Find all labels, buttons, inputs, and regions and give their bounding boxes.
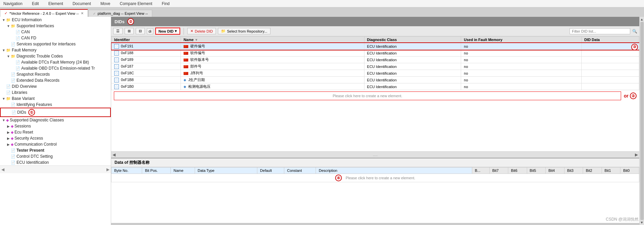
- delete-did-label: Delete DID: [195, 29, 213, 33]
- tree-item-can-fd[interactable]: 📄 CAN FD: [0, 35, 111, 41]
- bottom-panel-header: Data of 控制器名称: [111, 158, 639, 167]
- expand-ecu-info[interactable]: ▼: [1, 18, 6, 22]
- scroll-up[interactable]: ▲: [640, 17, 644, 21]
- col-bit5: Bit5: [527, 167, 546, 174]
- expand-base[interactable]: ▼: [1, 97, 6, 101]
- folder-icon-fault: 📁: [6, 48, 11, 52]
- tree-label-fault: Fault Memory: [12, 48, 36, 52]
- table-row[interactable]: □ 0xF1B8 ◆ J生产日期 ECU Identification no: [111, 77, 639, 83]
- bottom-click-hint[interactable]: ④ Please click here to create a new elem…: [111, 174, 639, 182]
- table-row[interactable]: ④ Please click here to create a new elem…: [111, 174, 639, 182]
- menu-document[interactable]: Document: [70, 1, 93, 7]
- tree-item-base-variant[interactable]: ▼ 📁 Base Variant: [0, 96, 111, 102]
- tree-item-control-dtc[interactable]: 📄 Control DTC Setting: [0, 153, 111, 159]
- table-row[interactable]: □ 0xF187 🇨🇳 部件号 ECU Identification no: [111, 63, 639, 70]
- tree-item-services[interactable]: 📄 Services supported for interfaces: [0, 41, 111, 47]
- tree-item-available-obd[interactable]: 📄 Available OBD DTCs Emission-related Tr: [0, 65, 111, 71]
- dids-header: DIDs ②: [111, 17, 639, 26]
- row-icon-2: □: [114, 51, 119, 55]
- bottom-panel: Data of 控制器名称 Byte No. Bit Pos. Name Dat…: [111, 158, 639, 225]
- tab-close-1[interactable]: ✕: [81, 11, 84, 15]
- col-did-data: DID Data: [581, 37, 639, 43]
- table-row[interactable]: □ 0xF18C 🇨🇳 J序列号 ECU Identification no: [111, 70, 639, 77]
- tab-label-2: platform_diag -- Expert View --: [98, 11, 148, 15]
- tree-item-sessions[interactable]: ▶ ◆ Sessions: [0, 123, 111, 129]
- scroll-thumb[interactable]: [640, 22, 644, 220]
- col-default: Default: [257, 167, 284, 174]
- tree-item-ecu-info[interactable]: ▼ 📁 ECU Information: [0, 17, 111, 23]
- btn-split-view[interactable]: ⊟: [136, 28, 145, 34]
- menu-compare[interactable]: Compare Element: [118, 1, 154, 7]
- menu-element[interactable]: Element: [46, 1, 65, 7]
- repo-icon: 📁: [221, 29, 226, 33]
- btn-list-view[interactable]: ☰: [113, 28, 123, 34]
- vertical-scrollbar[interactable]: ▲ ▼: [639, 17, 644, 225]
- menu-move[interactable]: Move: [98, 1, 112, 7]
- tree-item-extended-data[interactable]: 📄 Extended Data Records: [0, 77, 111, 83]
- expand-dtc[interactable]: ▼: [6, 54, 11, 58]
- tree-item-security-access[interactable]: ▶ ◆ Security Access: [0, 135, 111, 141]
- tree-item-ecu-identification[interactable]: 📄 ECU Identification: [0, 159, 111, 165]
- dropdown-arrow-icon: ▾: [175, 29, 177, 33]
- col-bit6: Bit6: [508, 167, 527, 174]
- table-row[interactable]: □ 0xF191 🇨🇳 硬件编号 ECU Identification no: [111, 43, 639, 50]
- select-repo-label: Select from Repository...: [227, 29, 267, 33]
- scroll-left-arrow[interactable]: ◀: [112, 152, 116, 157]
- bottom-title: Data of 控制器名称: [115, 160, 150, 165]
- tree-item-supported-diag[interactable]: ▼ ◆ Supported Diagnostic Classes: [0, 117, 111, 123]
- tree-item-fault-memory[interactable]: ▼ 📁 Fault Memory: [0, 47, 111, 53]
- tree-label-control-dtc: Control DTC Setting: [17, 154, 53, 159]
- row-icon-6: □: [114, 78, 119, 82]
- tab-platform-diag[interactable]: ✓ platform_diag -- Expert View --: [89, 10, 152, 17]
- tree-item-can[interactable]: 📄 CAN: [0, 29, 111, 35]
- expand-fault[interactable]: ▼: [1, 48, 6, 52]
- scroll-right-arrow[interactable]: ▶: [635, 152, 638, 157]
- tree-item-did-overview[interactable]: 📄 DID Overview: [0, 83, 111, 89]
- tree-item-tester[interactable]: 📄 Tester Present: [0, 147, 111, 153]
- table-row[interactable]: □ 0xF188 🇨🇳 软件编号 ECU Identification no: [111, 50, 639, 57]
- tree-item-snapshot[interactable]: 📄 Snapshot Records: [0, 71, 111, 77]
- list-icon: ☰: [116, 29, 120, 33]
- table-row[interactable]: □ 0xF189 🇨🇳 软件版本号 ECU Identification no: [111, 57, 639, 63]
- file-icon-control-dtc: 📄: [11, 154, 15, 159]
- or-text: or: [624, 93, 629, 99]
- tree-item-supported-interfaces[interactable]: ▼ 📁 Supported Interfaces: [0, 23, 111, 29]
- content-panel: DIDs ② ☰ ⊞ ⊟ di New DID ▾ ✕ De: [111, 17, 639, 225]
- table-row[interactable]: □ 0xF1B0 ◆ 检测电源电压 ECU Identification no: [111, 83, 639, 90]
- col-constant: Constant: [284, 167, 316, 174]
- tree-item-comm-control[interactable]: ▶ ◆ Communication Control: [0, 141, 111, 147]
- expand-supported[interactable]: ▼: [6, 24, 11, 28]
- tree-item-ecu-reset[interactable]: ▶ ◆ Ecu Reset: [0, 129, 111, 135]
- btn-select-repo[interactable]: 📁 Select from Repository...: [218, 28, 270, 34]
- menu-navigation[interactable]: Navigation: [1, 1, 25, 7]
- menu-edit[interactable]: Edit: [30, 1, 41, 7]
- btn-di[interactable]: di: [147, 28, 153, 34]
- tree-scroll-left[interactable]: ◀: [1, 167, 4, 172]
- btn-detail-view[interactable]: ⊞: [125, 28, 134, 34]
- cell-identifier-2: □ 0xF188: [111, 50, 181, 57]
- tree-item-available-dtcs[interactable]: 📄 Available DTCs Fault Memory (24 Bit): [0, 59, 111, 65]
- tree-label-ecu-id: ECU Identification: [17, 160, 49, 165]
- diamond-icon-comm: ◆: [11, 142, 13, 147]
- filter-input[interactable]: [570, 28, 630, 34]
- tree-label-ecu-info: ECU Information: [12, 17, 42, 22]
- expand-supp-diag[interactable]: ▼: [1, 118, 6, 122]
- scroll-down[interactable]: ▼: [640, 221, 644, 224]
- tree-label-snapshot: Snapshot Records: [17, 72, 50, 77]
- btn-new-did[interactable]: New DID ▾: [155, 28, 181, 35]
- col-bit-pos: Bit Pos.: [142, 167, 171, 174]
- resize-handle[interactable]: [111, 223, 639, 225]
- flag-icon-2: 🇨🇳: [184, 52, 188, 55]
- tree-item-identifying[interactable]: 📄 Identifying Features: [0, 102, 111, 108]
- toolbar-separator: [184, 28, 184, 35]
- click-hint-create[interactable]: Please click here to create a new elemen…: [114, 91, 621, 100]
- tab-vector-reference[interactable]: ✓ *Vector Reference - 2.4.0 -- Expert Vi…: [0, 9, 88, 17]
- tree-scroll-right[interactable]: ▶: [106, 167, 109, 172]
- tree-item-dtc[interactable]: ▼ 📁 Diagnostic Trouble Codes: [0, 53, 111, 59]
- flag-7: ◆: [184, 85, 186, 88]
- btn-delete-did[interactable]: ✕ Delete DID: [187, 28, 216, 34]
- tree-item-libraries[interactable]: 📄 Libraries: [0, 89, 111, 96]
- row-icon-7: □: [114, 84, 119, 89]
- menu-find[interactable]: Find: [160, 1, 171, 7]
- tree-item-dids[interactable]: 📄 DIDs ①: [0, 108, 111, 117]
